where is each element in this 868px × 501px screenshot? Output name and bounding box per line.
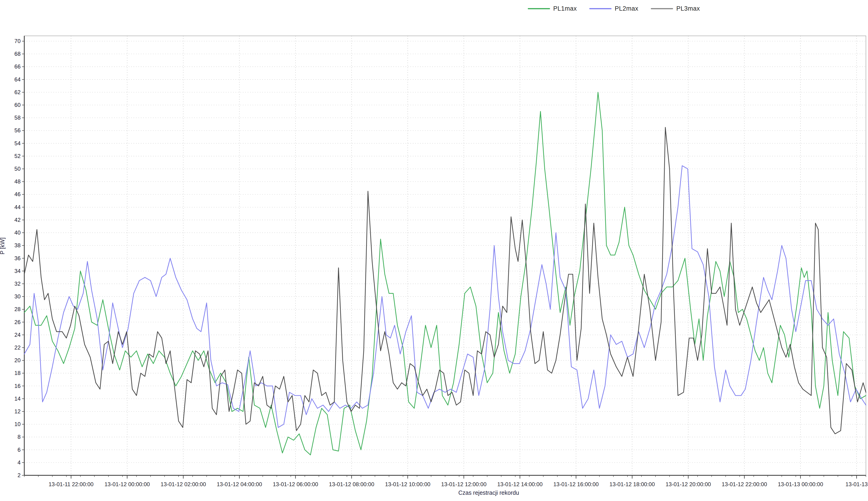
y-tick-label: 20 <box>14 357 21 363</box>
chart-window: PL1maxPL2maxPL3max P [kW] 24681012141618… <box>0 0 868 501</box>
y-tick-label: 38 <box>14 242 21 248</box>
y-tick-label: 14 <box>14 395 21 402</box>
x-tick-label: 13-01-12 18:00:00 <box>609 481 655 487</box>
legend-swatch-PL2max <box>589 8 611 9</box>
x-tick-label: 13-01-12 14:00:00 <box>497 481 543 487</box>
y-tick-label: 46 <box>14 191 21 197</box>
x-tick-label: 13-01-12 04:00:00 <box>217 481 262 487</box>
y-tick-label: 44 <box>14 204 21 210</box>
legend-swatch-PL3max <box>651 8 673 9</box>
x-tick-label: 13-01-12 22:00:00 <box>721 481 767 487</box>
x-tick-label: 13-01-13 00:00:00 <box>778 481 823 487</box>
x-tick-label: 13-01-13 <box>846 481 868 487</box>
y-tick-label: 70 <box>14 38 21 44</box>
x-tick-label: 13-01-12 08:00:00 <box>329 481 374 487</box>
y-tick-label: 66 <box>14 63 21 70</box>
legend-item-PL2max: PL2max <box>589 5 638 12</box>
y-tick-label: 58 <box>14 115 21 121</box>
y-tick-label: 30 <box>14 293 21 300</box>
x-tick-label: 13-01-12 10:00:00 <box>385 481 430 487</box>
x-tick-label: 13-01-12 16:00:00 <box>554 481 599 487</box>
y-tick-label: 34 <box>14 268 21 274</box>
y-tick-label: 36 <box>14 255 21 262</box>
y-tick-label: 40 <box>14 230 21 236</box>
y-tick-label: 26 <box>14 319 21 325</box>
y-tick-label: 2 <box>18 472 21 478</box>
x-tick-label: 13-01-12 06:00:00 <box>273 481 318 487</box>
y-tick-label: 24 <box>14 332 21 338</box>
x-tick-label: 13-01-12 02:00:00 <box>161 481 206 487</box>
x-tick-label: 13-01-11 22:00:00 <box>49 481 94 487</box>
y-tick-label: 50 <box>14 166 21 172</box>
legend-item-PL3max: PL3max <box>651 5 700 12</box>
x-tick-label: 13-01-12 12:00:00 <box>441 481 486 487</box>
legend-label: PL2max <box>615 5 638 12</box>
series-line-PL1max <box>24 92 866 455</box>
y-tick-label: 56 <box>14 127 21 134</box>
y-axis-title: P [kW] <box>0 237 6 254</box>
x-tick-label: 13-01-12 20:00:00 <box>666 481 711 487</box>
series-line-PL2max <box>24 166 866 427</box>
y-tick-label: 28 <box>14 306 21 312</box>
y-tick-label: 10 <box>14 421 21 427</box>
legend-label: PL3max <box>676 5 700 12</box>
y-tick-label: 42 <box>14 217 21 223</box>
legend-label: PL1max <box>553 5 577 12</box>
x-tick-label: 13-01-12 00:00:00 <box>105 481 150 487</box>
x-axis-title: Czas rejestracji rekordu <box>458 489 519 496</box>
y-tick-label: 64 <box>14 76 21 83</box>
plot-area: 2468101214161820222426283032343638404244… <box>0 0 868 501</box>
y-tick-label: 52 <box>14 153 21 159</box>
y-tick-label: 60 <box>14 102 21 108</box>
chart-legend: PL1maxPL2maxPL3max <box>528 5 700 12</box>
y-tick-label: 16 <box>14 383 21 389</box>
y-tick-label: 6 <box>18 447 21 453</box>
y-tick-label: 68 <box>14 51 21 57</box>
y-tick-label: 8 <box>18 434 21 440</box>
y-tick-label: 62 <box>14 89 21 95</box>
y-tick-label: 22 <box>14 344 21 351</box>
y-tick-label: 54 <box>14 140 21 147</box>
y-tick-label: 48 <box>14 178 21 184</box>
y-tick-label: 18 <box>14 370 21 376</box>
legend-swatch-PL1max <box>528 8 550 9</box>
legend-item-PL1max: PL1max <box>528 5 577 12</box>
y-tick-label: 32 <box>14 280 21 287</box>
y-tick-label: 4 <box>18 459 21 466</box>
y-tick-label: 12 <box>14 408 21 415</box>
plot-border <box>24 36 866 475</box>
